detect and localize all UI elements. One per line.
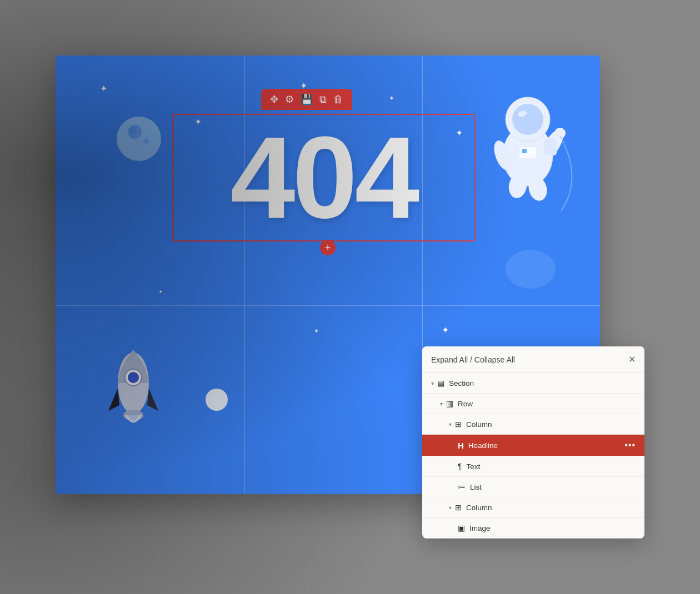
astronaut: [472, 78, 583, 217]
row-label: Row: [458, 400, 473, 408]
blob-2: [506, 250, 556, 289]
text-label: Text: [467, 462, 481, 471]
chevron-column2: ▾: [449, 505, 452, 511]
image-icon: ▣: [458, 523, 465, 532]
tree-item-headline[interactable]: H Headline •••: [422, 435, 644, 456]
column2-label: Column: [466, 504, 492, 512]
star-7: ✦: [158, 289, 163, 295]
svg-point-14: [128, 372, 139, 383]
tree-panel: Expand All / Collapse All ✕ ▾ ▤ Section …: [422, 346, 644, 538]
column2-icon: ⊞: [455, 503, 462, 512]
canvas-h-divider: [56, 305, 600, 306]
more-options-button[interactable]: •••: [624, 440, 636, 450]
main-container: ✦ ✦ ✦ ✦ ✦ ✦ ✦ ✦ ✦: [56, 56, 644, 538]
image-label: Image: [469, 524, 491, 532]
star-4: ✦: [389, 94, 394, 102]
moon-spot-1: [129, 127, 137, 134]
tree-item-column2[interactable]: ▾ ⊞ Column: [422, 497, 644, 518]
list-label: List: [470, 483, 482, 491]
tree-item-list[interactable]: ≔ List: [422, 477, 644, 497]
text-404-container[interactable]: 404: [172, 114, 475, 241]
column1-label: Column: [466, 420, 492, 429]
svg-rect-9: [519, 147, 536, 158]
chevron-section: ▾: [431, 380, 434, 386]
chevron-row: ▾: [440, 401, 443, 407]
element-toolbar: ✥ ⚙ 💾 ⧉ 🗑: [261, 89, 352, 110]
panel-title: Expand All / Collapse All: [431, 355, 515, 364]
list-icon: ≔: [458, 482, 466, 491]
panel-close-button[interactable]: ✕: [628, 354, 636, 365]
tree-item-text[interactable]: ¶ Text: [422, 456, 644, 477]
svg-point-2: [512, 104, 543, 135]
save-icon[interactable]: 💾: [301, 93, 313, 105]
row-icon: ▥: [446, 399, 453, 408]
duplicate-icon[interactable]: ⧉: [319, 94, 327, 105]
error-code-text: 404: [231, 119, 417, 236]
rocket: [108, 344, 158, 427]
settings-icon[interactable]: ⚙: [285, 93, 294, 105]
chevron-column1: ▾: [449, 421, 452, 427]
svg-rect-10: [522, 149, 527, 153]
tree-item-column1[interactable]: ▾ ⊞ Column: [422, 414, 644, 435]
tree-item-section[interactable]: ▾ ▤ Section: [422, 373, 644, 394]
add-element-button[interactable]: +: [320, 240, 336, 255]
white-circle-decoration: [206, 389, 228, 411]
svg-rect-11: [544, 139, 557, 155]
column1-icon: ⊞: [455, 420, 462, 429]
moon: [117, 117, 161, 161]
text-icon: ¶: [458, 462, 462, 471]
move-icon[interactable]: ✥: [270, 93, 278, 105]
star-8: ✦: [442, 325, 449, 335]
panel-header: Expand All / Collapse All ✕: [422, 346, 644, 373]
star-9: ✦: [314, 328, 319, 335]
star-1: ✦: [100, 83, 107, 94]
moon-spot-2: [143, 139, 149, 144]
tree-item-row[interactable]: ▾ ▥ Row: [422, 394, 644, 414]
headline-label: Headline: [468, 441, 498, 450]
tree-item-image[interactable]: ▣ Image: [422, 518, 644, 538]
headline-icon: H: [458, 441, 464, 450]
delete-icon[interactable]: 🗑: [333, 94, 343, 105]
section-label: Section: [449, 379, 474, 387]
section-icon: ▤: [437, 379, 444, 387]
